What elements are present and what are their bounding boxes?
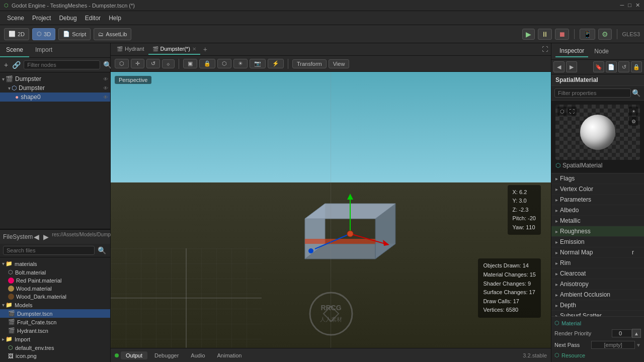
prop-anisotropy[interactable]: ▸ Anisotropy <box>551 279 644 290</box>
lock-btn[interactable]: 🔒 <box>199 59 215 68</box>
mode-script-btn[interactable]: 📄Script <box>58 28 91 40</box>
fs-scene-hydrant[interactable]: 🎬 Hydrant.tscn <box>0 326 110 335</box>
next-pass-dropdown-icon[interactable]: ▼ <box>636 342 641 348</box>
prop-metallic[interactable]: ▸ Metallic <box>551 216 644 226</box>
prop-rim[interactable]: ▸ Rim <box>551 258 644 268</box>
mode-2d-btn[interactable]: ⬜2D <box>4 28 29 40</box>
menu-project[interactable]: Project <box>28 13 55 23</box>
mode-3d-btn[interactable]: ⬡3D <box>32 28 55 40</box>
preview-expand-btn[interactable]: ⛶ <box>568 107 577 116</box>
tab-scene[interactable]: Scene <box>0 43 29 57</box>
visibility-icon[interactable]: 👁 <box>103 95 108 100</box>
filter-properties-input[interactable] <box>554 88 631 98</box>
prop-subsurf-scatter[interactable]: ▸ Subsurf Scatter <box>551 311 644 316</box>
menu-editor[interactable]: Editor <box>81 13 105 23</box>
visibility-icon[interactable]: 👁 <box>103 85 108 91</box>
stop-btn[interactable]: ⏹ <box>555 29 569 40</box>
prop-roughness[interactable]: ▸ Roughness <box>551 226 644 237</box>
mesh-btn[interactable]: ⬡ <box>217 59 231 68</box>
snap-btn[interactable]: ▣ <box>183 59 197 68</box>
rotate-btn[interactable]: ↺ <box>146 59 160 68</box>
light-btn[interactable]: ☀ <box>233 59 248 68</box>
tab-output[interactable]: Output <box>121 351 147 359</box>
fs-scene-dumpster[interactable]: 🎬 Dumpster.tscn <box>0 309 110 318</box>
fs-nav-forward[interactable]: ▶ <box>42 232 50 242</box>
add-node-btn[interactable]: + <box>3 60 9 70</box>
close-btn[interactable]: ✕ <box>635 2 640 9</box>
preview-options-btn[interactable]: ⚙ <box>629 117 638 126</box>
scale-btn[interactable]: ⟐ <box>162 59 175 68</box>
reload-btn[interactable]: ↺ <box>618 61 629 72</box>
maximize-viewport-btn[interactable]: ⛶ <box>541 45 549 54</box>
link-btn[interactable]: 🔗 <box>11 60 22 70</box>
prop-clearcoat[interactable]: ▸ Clearcoat <box>551 268 644 279</box>
fs-folder-models[interactable]: ▾ 📁 Models <box>0 301 110 309</box>
tab-inspector[interactable]: Inspector <box>555 45 588 57</box>
play-btn[interactable]: ▶ <box>522 29 535 40</box>
prop-normal-map[interactable]: ▸ Normal Map r <box>551 247 644 258</box>
fs-material-wooddark[interactable]: Wood_Dark.material <box>0 293 110 301</box>
fx-btn[interactable]: ⚡ <box>268 59 284 68</box>
settings-btn[interactable]: ⚙ <box>598 29 612 40</box>
fs-folder-materials[interactable]: ▾ 📁 materials <box>0 259 110 268</box>
bookmark-btn[interactable]: 🔖 <box>593 61 604 72</box>
menu-scene[interactable]: Scene <box>3 13 28 23</box>
filesystem-search[interactable] <box>3 246 95 255</box>
filter-search-icon[interactable]: 🔍 <box>631 88 641 98</box>
prop-parameters[interactable]: ▸ Parameters <box>551 195 644 205</box>
fs-material-redpaint[interactable]: Red Paint.material <box>0 277 110 285</box>
tree-item-shape0[interactable]: ● shape0 👁 <box>0 93 110 102</box>
tab-import[interactable]: Import <box>29 43 58 57</box>
tab-node[interactable]: Node <box>590 46 613 57</box>
tree-item-dumpster-mesh[interactable]: ▾ ⬡ Dumpster 👁 <box>0 83 110 93</box>
pause-btn[interactable]: ⏸ <box>538 29 552 40</box>
mode-assetlib-btn[interactable]: 🗂AssetLib <box>94 28 131 40</box>
prop-ambient-occlusion[interactable]: ▸ Ambient Occlusion <box>551 290 644 300</box>
camera-btn[interactable]: 📷 <box>250 59 266 68</box>
tab-close-icon[interactable]: ✕ <box>192 46 196 52</box>
open-script-btn[interactable]: 📄 <box>606 61 617 72</box>
view-btn[interactable]: View <box>329 59 350 68</box>
minimize-btn[interactable]: ─ <box>620 2 624 9</box>
next-pass-label: Next Pass <box>554 342 591 348</box>
move-btn[interactable]: ✛ <box>131 59 144 68</box>
render-priority-input[interactable] <box>612 329 632 337</box>
tab-hydrant[interactable]: 🎬 Hydrant <box>113 44 148 55</box>
deploy-btn[interactable]: 📱 <box>580 29 595 40</box>
fs-env-tres[interactable]: ⬡ default_env.tres <box>0 343 110 352</box>
menu-help[interactable]: Help <box>105 13 125 23</box>
lock-inspector-btn[interactable]: 🔒 <box>631 61 642 72</box>
fs-material-wood[interactable]: Wood.material <box>0 285 110 293</box>
prop-albedo[interactable]: ▸ Albedo <box>551 205 644 216</box>
new-tab-btn[interactable]: + <box>200 43 210 55</box>
preview-sphere-btn[interactable]: ⬡ <box>557 107 567 116</box>
viewport-toolbar: ⬡ ✛ ↺ ⟐ ▣ 🔒 ⬡ ☀ 📷 ⚡ Transform View <box>111 56 551 72</box>
fs-icon-png[interactable]: 🖼 icon.png <box>0 352 110 360</box>
fs-search-icon[interactable]: 🔍 <box>97 245 107 255</box>
viewport-area[interactable]: Perspective X: 6.2 Y: 3.0 Z: -2.3 Pitch:… <box>111 72 551 348</box>
history-forward-btn[interactable]: ▶ <box>566 61 577 72</box>
menu-debug[interactable]: Debug <box>55 13 80 23</box>
viewport: 🎬 Hydrant 🎬 Dumpster(*) ✕ + ⛶ ⬡ ✛ ↺ ⟐ ▣ … <box>111 43 551 362</box>
fs-nav-back[interactable]: ◀ <box>33 232 40 242</box>
preview-light-btn[interactable]: ☀ <box>629 107 638 116</box>
tab-dumpster[interactable]: 🎬 Dumpster(*) ✕ <box>148 44 200 55</box>
prop-flags[interactable]: ▸ Flags <box>551 173 644 184</box>
transform-btn[interactable]: Transform <box>292 59 327 68</box>
filter-nodes-input[interactable] <box>24 60 100 69</box>
fs-material-bolt[interactable]: ⬡ Bolt.material <box>0 268 110 277</box>
history-back-btn[interactable]: ◀ <box>553 61 565 72</box>
tab-audio[interactable]: Audio <box>186 351 210 359</box>
tab-debugger[interactable]: Debugger <box>149 351 184 359</box>
fs-folder-import[interactable]: ▸ 📁 Import <box>0 335 110 343</box>
fs-scene-fruitcrate[interactable]: 🎬 Fruit_Crate.tscn <box>0 318 110 326</box>
prop-vertex-color[interactable]: ▸ Vertex Color <box>551 184 644 195</box>
view-select-btn[interactable]: ⬡ <box>115 59 129 68</box>
maximize-btn[interactable]: □ <box>628 2 631 9</box>
render-priority-up[interactable]: ▲ <box>632 329 641 338</box>
tab-animation[interactable]: Animation <box>212 351 247 359</box>
prop-depth[interactable]: ▸ Depth <box>551 300 644 311</box>
tree-item-dumpster-root[interactable]: ▾ 🎬 Dumpster 👁 <box>0 74 110 83</box>
prop-emission[interactable]: ▸ Emission <box>551 237 644 247</box>
visibility-icon[interactable]: 👁 <box>103 76 108 82</box>
